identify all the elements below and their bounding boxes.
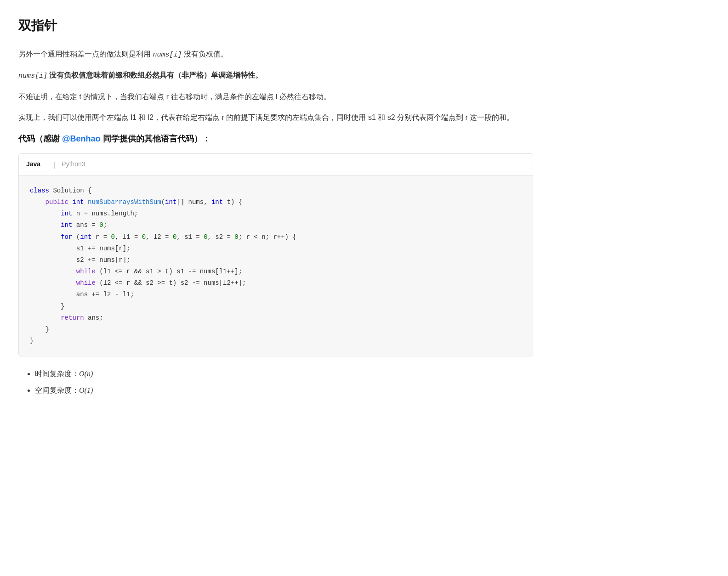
space-label: 空间复杂度： — [35, 386, 79, 394]
code-container: Java | Python3 class Solution { public i… — [18, 153, 533, 357]
paragraph-4: 实现上，我们可以使用两个左端点 l1 和 l2，代表在给定右端点 r 的前提下满… — [18, 111, 533, 124]
p1-text-prefix: 另外一个通用性稍差一点的做法则是利用 — [18, 50, 153, 58]
code-body: class Solution { public int numSubarrays… — [19, 176, 533, 356]
p2-text: 没有负权值意味着前缀和数组必然具有（非严格）单调递增特性。 — [47, 71, 262, 79]
section-heading: 代码（感谢 @Benhao 同学提供的其他语言代码）： — [18, 132, 533, 146]
code-pre: class Solution { public int numSubarrays… — [30, 185, 522, 347]
tab-java[interactable]: Java — [26, 154, 47, 175]
complexity-list: 时间复杂度：O(n) 空间复杂度：O(1) — [18, 367, 533, 396]
time-value: O(n) — [79, 370, 93, 378]
time-complexity: 时间复杂度：O(n) — [35, 367, 533, 380]
paragraph-2: nums[i] 没有负权值意味着前缀和数组必然具有（非严格）单调递增特性。 — [18, 69, 533, 82]
tab-python3[interactable]: Python3 — [62, 154, 91, 175]
space-complexity: 空间复杂度：O(1) — [35, 384, 533, 396]
paragraph-1: 另外一个通用性稍差一点的做法则是利用 nums[i] 没有负权值。 — [18, 48, 533, 61]
p1-text-suffix: 没有负权值。 — [182, 50, 228, 58]
p2-code: nums[i] — [18, 72, 47, 80]
time-label: 时间复杂度： — [35, 370, 79, 378]
tab-divider: | — [47, 154, 62, 175]
space-value: O(1) — [79, 386, 93, 394]
benhao-link[interactable]: @Benhao — [62, 134, 101, 143]
page-title: 双指针 — [18, 15, 533, 37]
paragraph-3: 不难证明，在给定 t 的情况下，当我们右端点 r 往右移动时，满足条件的左端点 … — [18, 90, 533, 103]
code-tabs: Java | Python3 — [19, 154, 533, 176]
p1-code: nums[i] — [153, 51, 182, 59]
